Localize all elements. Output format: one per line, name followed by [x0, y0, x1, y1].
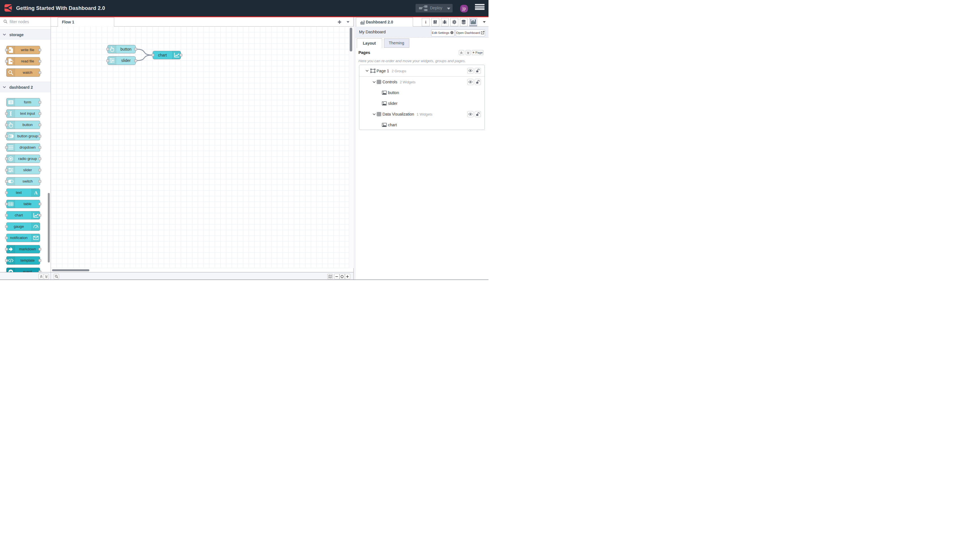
svg-text:A: A	[34, 190, 38, 195]
svg-text:i: i	[425, 20, 426, 24]
